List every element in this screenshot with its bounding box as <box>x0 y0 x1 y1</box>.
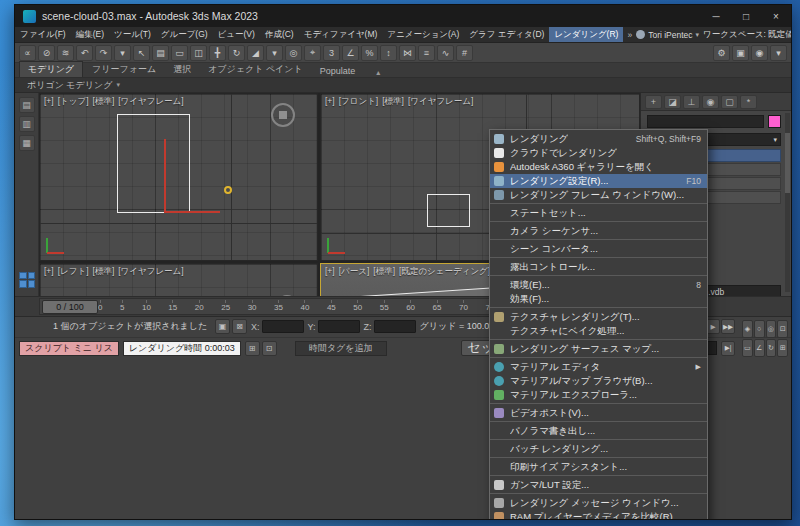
timeline-tick[interactable]: 5 <box>120 300 124 314</box>
viewport-layout-tabs-icon[interactable] <box>19 272 35 288</box>
render-setup-icon[interactable]: ⚙ <box>713 45 730 61</box>
object-color-swatch[interactable] <box>768 115 781 128</box>
bind-to-space-warp-icon[interactable]: ≋ <box>57 45 74 61</box>
tab-freeform[interactable]: フリーフォーム <box>84 62 164 77</box>
menu-panorama-exporter[interactable]: パノラマ書き出し... <box>490 424 707 440</box>
add-time-tag-button[interactable]: 時間タグを追加 <box>295 341 387 356</box>
timeline-tick[interactable]: 55 <box>380 300 389 314</box>
tab-selection[interactable]: 選択 <box>165 62 199 77</box>
viewport-style-menu[interactable]: [標準] <box>382 96 404 108</box>
display-toggle-icon[interactable]: ▦ <box>19 135 35 151</box>
utilities-tab-icon[interactable]: * <box>740 95 757 109</box>
zoom-region-icon[interactable]: ▭ <box>742 339 753 357</box>
timeline-tick[interactable]: 20 <box>195 300 204 314</box>
menu-a360-gallery[interactable]: Autodesk A360 ギャラリーを開く <box>490 160 707 174</box>
tab-object-paint[interactable]: オブジェクト ペイント <box>200 62 311 77</box>
next-key-button[interactable]: ▶| <box>721 341 735 356</box>
menu-environment[interactable]: 環境(E)... 8 <box>490 278 707 292</box>
menu-graph-editors[interactable]: グラフ エディタ(D) <box>464 27 549 42</box>
absolute-mode-icon[interactable]: ⊞ <box>245 341 260 356</box>
offset-mode-icon[interactable]: ⊡ <box>262 341 277 356</box>
snap-toggle-icon[interactable]: 3 <box>323 45 340 61</box>
orbit-icon[interactable]: ↻ <box>766 339 777 357</box>
timeline-tick[interactable]: 45 <box>327 300 336 314</box>
timeline-tick[interactable]: 35 <box>274 300 283 314</box>
viewport-style-menu[interactable]: [標準] <box>93 266 115 278</box>
align-icon[interactable]: ≡ <box>418 45 435 61</box>
render-production-icon[interactable]: ◉ <box>751 45 768 61</box>
z-coordinate-field[interactable] <box>374 320 416 333</box>
menu-render-to-texture[interactable]: テクスチャ レンダリング(T)... <box>490 310 707 324</box>
menu-modifiers[interactable]: モディファイヤ(M) <box>299 27 383 42</box>
percent-snap-icon[interactable]: % <box>361 45 378 61</box>
menu-state-sets[interactable]: ステートセット... <box>490 206 707 222</box>
viewport-shading-menu[interactable]: [ワイヤフレーム] <box>408 96 473 108</box>
timeline-tick[interactable]: 50 <box>353 300 362 314</box>
render-flyout-icon[interactable]: ▾ <box>770 45 787 61</box>
isolate-selection-icon[interactable]: ▣ <box>215 319 230 334</box>
viewport-shading-menu[interactable]: [ワイヤフレーム] <box>118 96 183 108</box>
menu-group[interactable]: グループ(G) <box>156 27 213 42</box>
spinner-snap-icon[interactable]: ↕ <box>380 45 397 61</box>
tab-populate[interactable]: Populate <box>312 65 364 77</box>
rendered-frame-window-icon[interactable]: ▣ <box>732 45 749 61</box>
menu-animation[interactable]: アニメーション(A) <box>382 27 464 42</box>
menu-scene-converter[interactable]: シーン コンバータ... <box>490 242 707 258</box>
selection-filter-dropdown[interactable]: ▾ <box>114 45 131 61</box>
hierarchy-tab-icon[interactable]: ⊥ <box>683 95 700 109</box>
select-and-manipulate-icon[interactable]: ⌖ <box>304 45 321 61</box>
pan-icon[interactable]: ◈ <box>742 320 753 338</box>
layer-explorer-icon[interactable]: ▥ <box>19 116 35 132</box>
menu-render-in-cloud[interactable]: クラウドでレンダリング <box>490 146 707 160</box>
viewport-menu-plus[interactable]: [+] <box>44 266 54 278</box>
menu-ram-player[interactable]: RAM プレイヤーでメディアを比較(R)... <box>490 510 707 520</box>
command-panel-scrollbar[interactable] <box>785 113 790 292</box>
close-button[interactable]: × <box>761 5 791 27</box>
timeline-tick[interactable]: 40 <box>300 300 309 314</box>
menu-effects[interactable]: 効果(F)... <box>490 292 707 308</box>
viewport-point-of-view-menu[interactable]: [トップ] <box>58 96 89 108</box>
menu-material-editor[interactable]: マテリアル エディタ ▶ <box>490 360 707 374</box>
menu-render[interactable]: レンダリング Shift+Q, Shift+F9 <box>490 132 707 146</box>
select-and-move-icon[interactable]: ╋ <box>209 45 226 61</box>
angle-snap-icon[interactable]: ∠ <box>342 45 359 61</box>
menu-render-setup[interactable]: レンダリング設定(R)... F10 <box>490 174 707 188</box>
timeline-tick[interactable]: 0 <box>98 300 102 314</box>
timeline-tick[interactable]: 15 <box>168 300 177 314</box>
menu-bake-to-texture[interactable]: テクスチャにベイク処理... <box>490 324 707 340</box>
redo-icon[interactable]: ↷ <box>95 45 112 61</box>
tab-modeling[interactable]: モデリング <box>19 61 83 77</box>
viewport-style-menu[interactable]: [標準] <box>93 96 115 108</box>
viewport-point-of-view-menu[interactable]: [パース] <box>339 266 370 278</box>
viewport-shading-menu[interactable]: [既定のシェーディング] <box>399 266 490 278</box>
scene-explorer-icon[interactable]: ▤ <box>19 97 35 113</box>
select-and-scale-icon[interactable]: ◢ <box>247 45 264 61</box>
viewport-menu-plus[interactable]: [+] <box>325 96 335 108</box>
select-by-name-icon[interactable]: ▤ <box>152 45 169 61</box>
menu-video-post[interactable]: ビデオポスト(V)... <box>490 406 707 422</box>
macro-recorder-field[interactable]: スクリプト ミニ リス <box>19 341 119 356</box>
zoom-extents-icon[interactable]: ⊡ <box>777 320 788 338</box>
select-and-link-icon[interactable]: ∝ <box>19 45 36 61</box>
x-coordinate-field[interactable] <box>262 320 304 333</box>
display-tab-icon[interactable]: ▢ <box>721 95 738 109</box>
time-slider[interactable]: 0 / 100 <box>42 300 98 314</box>
menu-render-message-window[interactable]: レンダリング メッセージ ウィンドウ... <box>490 496 707 510</box>
rectangular-selection-region-icon[interactable]: ▭ <box>171 45 188 61</box>
timeline-tick[interactable]: 10 <box>142 300 151 314</box>
field-of-view-icon[interactable]: ∠ <box>754 339 765 357</box>
menu-batch-render[interactable]: バッチ レンダリング... <box>490 442 707 458</box>
selection-lock-icon[interactable]: ⊠ <box>232 319 247 334</box>
ribbon-collapsed-panel[interactable]: ポリゴン モデリング ▾ <box>15 78 791 93</box>
motion-tab-icon[interactable]: ◉ <box>702 95 719 109</box>
unlink-selection-icon[interactable]: ⊘ <box>38 45 55 61</box>
viewport-menu-plus[interactable]: [+] <box>44 96 54 108</box>
menu-print-size-assistant[interactable]: 印刷サイズ アシスタント... <box>490 460 707 476</box>
menu-rendering[interactable]: レンダリング(R) <box>549 27 623 42</box>
timeline-tick[interactable]: 30 <box>248 300 257 314</box>
zoom-icon[interactable]: ○ <box>754 320 765 338</box>
menubar-overflow-icon[interactable]: » <box>623 30 636 40</box>
timeline-tick[interactable]: 60 <box>406 300 415 314</box>
y-coordinate-field[interactable] <box>318 320 360 333</box>
timeline-tick[interactable]: 70 <box>459 300 468 314</box>
